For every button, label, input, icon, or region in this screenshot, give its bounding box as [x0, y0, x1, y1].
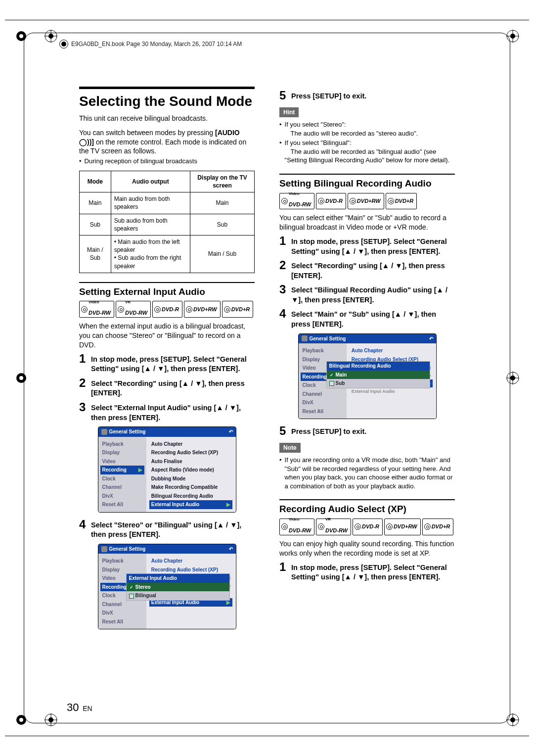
th-output: Audio output — [111, 171, 190, 192]
disc-icon — [350, 198, 356, 204]
disc-badge: VideoDVD-RW — [279, 193, 314, 210]
disc-badge: DVD+RW — [348, 193, 384, 210]
section-title: Selecting the Sound Mode — [79, 87, 255, 111]
disc-icon — [281, 198, 288, 204]
disc-badge: DVD-R — [316, 193, 346, 210]
step-text: In stop mode, press [SETUP]. Select "Gen… — [291, 235, 455, 256]
step-text: Select "Recording" using [▲ / ▼], then p… — [91, 377, 255, 398]
disc-badge: DVD+R — [222, 301, 254, 318]
sound-mode-table: Mode Audio output Display on the TV scre… — [79, 171, 255, 273]
step-number: 1 — [279, 235, 288, 256]
disc-badge: VRDVD-RW — [316, 519, 351, 535]
disc-badge: DVD+RW — [384, 519, 421, 535]
disc-badge: DVD+R — [386, 193, 417, 210]
osd-icon — [101, 429, 107, 435]
disc-icon — [281, 523, 288, 530]
disc-icon — [154, 306, 161, 313]
disc-badge: DVD-R — [152, 301, 182, 318]
step-number: 5 — [279, 90, 288, 101]
osd-icon — [302, 335, 308, 341]
step-number: 5 — [279, 425, 288, 437]
disc-icon — [318, 198, 324, 204]
disc-badges: VideoDVD-RW VRDVD-RW DVD-R DVD+RW DVD+R — [79, 301, 255, 318]
note-tag: Note — [279, 443, 301, 453]
return-icon: ↶ — [229, 428, 233, 435]
checkbox-icon — [329, 373, 334, 378]
checkbox-icon — [129, 585, 134, 590]
step-number: 2 — [79, 377, 88, 398]
step-text: In stop mode, press [SETUP]. Select "Gen… — [91, 353, 255, 374]
disc-badge: DVD-R — [353, 519, 383, 535]
osd-icon — [101, 546, 107, 552]
page-number: 30 EN — [67, 701, 92, 714]
step-text: Select "Recording" using [▲ / ▼], then p… — [291, 259, 455, 281]
step-text: Press [SETUP] to exit. — [291, 90, 366, 101]
disc-badge: VideoDVD-RW — [79, 301, 114, 318]
checkbox-icon — [129, 594, 134, 599]
intro-bullet: During reception of bilingual broadcasts — [85, 157, 197, 166]
step-number: 4 — [279, 308, 288, 329]
intro-text-2: You can switch between modes by pressing… — [79, 128, 255, 156]
disc-icon — [81, 306, 88, 313]
step-number: 1 — [79, 353, 88, 374]
disc-badge: DVD+R — [422, 519, 454, 535]
step-number: 4 — [79, 519, 88, 540]
right-column: 5Press [SETUP] to exit. Hint •If you sel… — [279, 87, 455, 697]
disc-icon — [386, 523, 393, 530]
step-text: Select "Main" or "Sub" using [▲ / ▼], th… — [291, 308, 455, 329]
left-column: Selecting the Sound Mode This unit can r… — [79, 87, 255, 697]
osd-screenshot: General Setting↶ Playback Display Video … — [98, 426, 236, 513]
disc-icon — [388, 198, 394, 204]
step-number: 1 — [279, 561, 288, 582]
intro-text-1: This unit can receive bilingual broadcas… — [79, 114, 255, 123]
step-number: 3 — [279, 284, 288, 305]
subsection-intro: When the external input audio is a bilin… — [79, 322, 255, 350]
disc-icon — [424, 523, 431, 530]
subsection-intro: You can enjoy high quality sound recordi… — [279, 539, 455, 558]
hint-tag: Hint — [279, 107, 299, 117]
step-number: 3 — [79, 401, 88, 423]
checkbox-icon — [329, 381, 334, 386]
step-text: Select "External Input Audio" using [▲ /… — [91, 401, 255, 423]
disc-badges: VideoDVD-RW DVD-R DVD+RW DVD+R — [279, 193, 455, 210]
th-display: Display on the TV screen — [190, 171, 255, 192]
subsection-title: Setting External Input Audio — [79, 282, 255, 298]
disc-badge: DVD+RW — [184, 301, 221, 318]
disc-icon — [355, 523, 361, 530]
th-mode: Mode — [80, 171, 111, 192]
note-text: If you are recording onto a VR mode disc… — [285, 456, 455, 490]
subsection-title: Setting Bilingual Recording Audio — [279, 174, 455, 190]
disc-icon — [318, 523, 324, 530]
step-text: Select "Stereo" or "Bilingual" using [▲ … — [91, 519, 255, 540]
header-meta-text: E9GA0BD_EN.book Page 30 Monday, March 26… — [71, 41, 242, 47]
page-header-meta: E9GA0BD_EN.book Page 30 Monday, March 26… — [59, 40, 242, 48]
disc-badges: VideoDVD-RW VRDVD-RW DVD-R DVD+RW DVD+R — [279, 519, 455, 535]
return-icon: ↶ — [229, 546, 233, 553]
disc-badge: VRDVD-RW — [116, 301, 151, 318]
subsection-intro: You can select either "Main" or "Sub" au… — [279, 213, 455, 232]
disc-icon — [224, 306, 230, 313]
step-text: In stop mode, press [SETUP]. Select "Gen… — [291, 561, 455, 582]
disc-icon — [118, 306, 124, 313]
step-text: Select "Bilingual Recording Audio" using… — [291, 284, 455, 305]
osd-screenshot: General Setting↶ Playback Display Video … — [98, 544, 236, 630]
osd-screenshot: General Setting↶ Playback Display Video … — [298, 333, 437, 420]
disc-badge: VideoDVD-RW — [279, 519, 314, 535]
disc-icon — [186, 306, 192, 313]
step-number: 2 — [279, 259, 288, 281]
return-icon: ↶ — [429, 335, 433, 342]
subsection-title: Recording Audio Select (XP) — [279, 499, 455, 516]
step-text: Press [SETUP] to exit. — [291, 425, 366, 437]
